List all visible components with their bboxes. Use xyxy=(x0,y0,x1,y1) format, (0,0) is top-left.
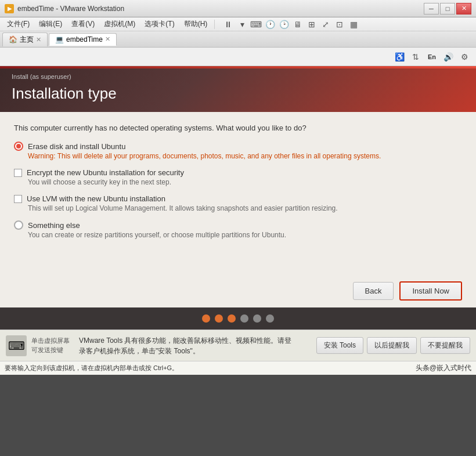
no-remind-button[interactable]: 不要提醒我 xyxy=(420,337,470,354)
back-button[interactable]: Back xyxy=(353,282,394,300)
tab-home-close[interactable]: ✕ xyxy=(36,36,41,44)
status-icons: 头条@嵌入式时代 xyxy=(416,363,471,373)
vmtools-hint-line1: 单击虚拟屏幕 xyxy=(31,336,70,345)
vmtools-hint: 单击虚拟屏幕 可发送按键 xyxy=(31,336,70,354)
option-group: Erase disk and install Ubuntu Warning: T… xyxy=(14,142,462,239)
monitor-icon[interactable]: 🖥 xyxy=(291,18,304,31)
home-icon: 🏠 xyxy=(9,35,17,44)
snapshot2-icon[interactable]: 🕑 xyxy=(277,18,290,31)
menu-divider xyxy=(214,20,215,29)
install-now-button[interactable]: Install Now xyxy=(399,281,462,301)
status-text: 要将输入定向到该虚拟机，请在虚拟机内部单击或按 Ctrl+G。 xyxy=(5,364,416,372)
option-lvm: Use LVM with the new Ubuntu installation… xyxy=(14,194,462,212)
status-bar: 要将输入定向到该虚拟机，请在虚拟机内部单击或按 Ctrl+G。 头条@嵌入式时代 xyxy=(0,361,476,375)
option-erase-label[interactable]: Erase disk and install Ubuntu xyxy=(28,142,125,151)
installer-title: Installation type xyxy=(12,85,464,103)
checkbox-lvm[interactable] xyxy=(14,195,22,203)
option-lvm-label[interactable]: Use LVM with the new Ubuntu installation xyxy=(27,194,165,203)
option-erase-disk: Erase disk and install Ubuntu Warning: T… xyxy=(14,142,462,160)
progress-dots xyxy=(0,307,476,330)
vmtools-hint-line2: 可发送按键 xyxy=(31,346,70,354)
toolbar-icons: ⏸ ▾ ⌨ 🕐 🕑 🖥 ⊞ ⤢ ⊡ ▦ xyxy=(222,18,360,31)
option-encrypt-main: Encrypt the new Ubuntu installation for … xyxy=(14,168,462,177)
installer-header: Install (as superuser) Installation type xyxy=(0,66,476,112)
dot-5 xyxy=(253,314,261,323)
option-encrypt: Encrypt the new Ubuntu installation for … xyxy=(14,168,462,186)
title-bar-left: ▶ embedTime - VMware Workstation xyxy=(5,4,124,13)
dot-3 xyxy=(228,314,236,323)
vmtools-buttons: 安装 Tools 以后提醒我 不要提醒我 xyxy=(316,337,470,354)
volume-icon[interactable]: 🔊 xyxy=(441,50,455,64)
installer-content: This computer currently has no detected … xyxy=(0,112,476,274)
window-title: embedTime - VMware Workstation xyxy=(17,5,124,13)
option-erase-main: Erase disk and install Ubuntu xyxy=(14,142,462,151)
option-lvm-main: Use LVM with the new Ubuntu installation xyxy=(14,194,462,203)
tab-home-label: 主页 xyxy=(20,35,34,45)
menu-file[interactable]: 文件(F) xyxy=(2,18,34,30)
installer-wrapper: Install (as superuser) Installation type… xyxy=(0,66,476,330)
option-erase-warning: Warning: This will delete all your progr… xyxy=(28,152,462,160)
radio-something-else[interactable] xyxy=(14,220,23,230)
vm-settings-icon[interactable]: ⊞ xyxy=(305,18,318,31)
stretch-icon[interactable]: ⊡ xyxy=(333,18,346,31)
title-bar: ▶ embedTime - VMware Workstation ─ □ ✕ xyxy=(0,0,476,17)
remind-later-button[interactable]: 以后提醒我 xyxy=(367,337,417,354)
dot-1 xyxy=(202,314,210,323)
tab-home[interactable]: 🏠 主页 ✕ xyxy=(2,32,48,46)
tab-embedtime-label: embedTime xyxy=(66,35,103,44)
menu-tabs[interactable]: 选项卡(T) xyxy=(140,18,179,30)
menu-arrow-icon[interactable]: ▾ xyxy=(236,18,248,31)
option-something-main: Something else xyxy=(14,220,462,230)
dot-6 xyxy=(266,314,274,323)
option-something-label[interactable]: Something else xyxy=(28,221,80,230)
installer-subtitle: Install (as superuser) xyxy=(12,73,464,80)
fullscreen-icon[interactable]: ⤢ xyxy=(319,18,332,31)
send-input-icon[interactable]: ⌨ xyxy=(250,18,262,31)
lang-icon[interactable]: En xyxy=(425,50,439,64)
vmtools-desc-line2: 录客户机操作系统，单击"安装 Tools"。 xyxy=(79,346,312,356)
vm-icon: 💻 xyxy=(55,35,64,44)
content-question: This computer currently has no detected … xyxy=(14,124,462,132)
installer-buttons: Back Install Now xyxy=(0,274,476,307)
dot-2 xyxy=(215,314,223,323)
tab-embedtime-close[interactable]: ✕ xyxy=(105,35,110,43)
maximize-button[interactable]: □ xyxy=(440,3,455,15)
minimize-button[interactable]: ─ xyxy=(424,3,439,15)
vm-toolbar: ♿ ⇅ En 🔊 ⚙ xyxy=(0,48,476,66)
install-tools-button[interactable]: 安装 Tools xyxy=(316,337,363,354)
vmtools-keyboard-icon: ⌨ xyxy=(6,335,27,356)
vmtools-desc-line1: VMware Tools 具有很多功能，能改善鼠标移动性、视频和性能。请登 xyxy=(79,335,312,346)
close-button[interactable]: ✕ xyxy=(456,3,471,15)
pause-icon[interactable]: ⏸ xyxy=(222,18,235,31)
checkbox-encrypt[interactable] xyxy=(14,169,22,177)
tab-embedtime[interactable]: 💻 embedTime ✕ xyxy=(49,33,117,46)
console-icon[interactable]: ▦ xyxy=(347,18,360,31)
menu-view[interactable]: 查看(V) xyxy=(67,18,99,30)
tab-bar: 🏠 主页 ✕ 💻 embedTime ✕ xyxy=(0,31,476,48)
radio-erase-disk[interactable] xyxy=(14,142,23,151)
option-something-desc: You can create or resize partitions your… xyxy=(28,231,462,239)
option-something-else: Something else You can create or resize … xyxy=(14,220,462,239)
settings-icon[interactable]: ⚙ xyxy=(457,50,471,64)
menu-help[interactable]: 帮助(H) xyxy=(179,18,212,30)
menu-edit[interactable]: 编辑(E) xyxy=(34,18,67,30)
menu-vm[interactable]: 虚拟机(M) xyxy=(99,18,140,30)
dot-4 xyxy=(240,314,248,323)
window-controls: ─ □ ✕ xyxy=(424,3,471,15)
network-icon[interactable]: ⇅ xyxy=(409,50,423,64)
app-icon: ▶ xyxy=(5,4,14,13)
tray-text: 头条@嵌入式时代 xyxy=(416,363,471,373)
option-encrypt-desc: You will choose a security key in the ne… xyxy=(28,178,462,186)
accessibility-icon[interactable]: ♿ xyxy=(392,50,406,64)
menu-bar: 文件(F) 编辑(E) 查看(V) 虚拟机(M) 选项卡(T) 帮助(H) ⏸ … xyxy=(0,17,476,31)
option-lvm-desc: This will set up Logical Volume Manageme… xyxy=(28,204,462,212)
snapshot-icon[interactable]: 🕐 xyxy=(264,18,276,31)
vmtools-description: VMware Tools 具有很多功能，能改善鼠标移动性、视频和性能。请登 录客… xyxy=(79,335,312,356)
option-encrypt-label[interactable]: Encrypt the new Ubuntu installation for … xyxy=(27,168,184,177)
vmtools-bar: ⌨ 单击虚拟屏幕 可发送按键 VMware Tools 具有很多功能，能改善鼠标… xyxy=(0,330,476,361)
